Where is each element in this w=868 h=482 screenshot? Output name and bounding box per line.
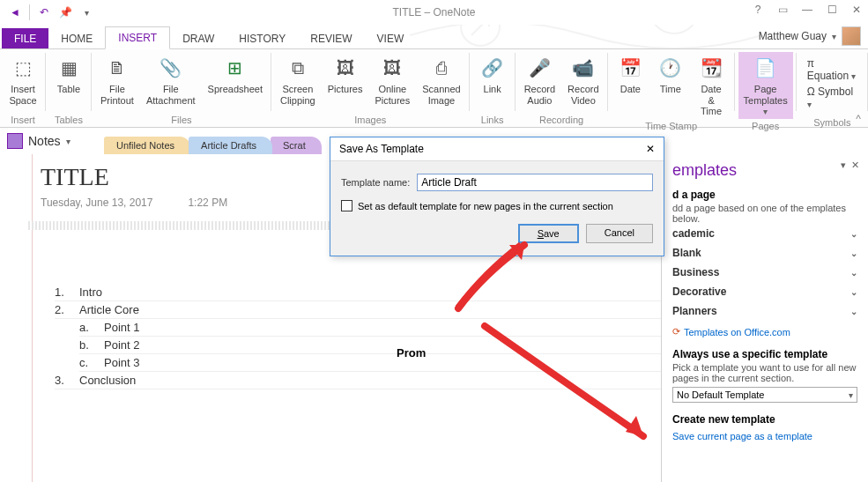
time-icon: 🕐	[657, 54, 685, 82]
tab-review[interactable]: REVIEW	[298, 28, 364, 49]
tab-view[interactable]: VIEW	[365, 28, 417, 49]
save-as-template-dialog: Save As Template ✕ Template name: Set as…	[330, 137, 664, 256]
date-time-icon: 📆	[697, 54, 725, 82]
refresh-icon: ⟳	[672, 326, 680, 337]
date-button[interactable]: 📅Date	[612, 52, 649, 119]
spreadsheet-icon: ⊞	[221, 54, 249, 82]
ribbon: ⬚Insert Space Insert ▦Table Tables 🗎File…	[0, 48, 868, 128]
office-templates-link[interactable]: ⟳Templates on Office.com	[672, 326, 857, 337]
template-name-input[interactable]	[417, 174, 653, 191]
pictures-button[interactable]: 🖼Pictures	[323, 52, 368, 113]
scanned-image-icon: ⎙	[427, 54, 456, 82]
user-name: Matthew Guay	[759, 30, 827, 42]
table-icon: ▦	[55, 54, 83, 82]
cat-planners[interactable]: Planners⌄	[672, 301, 857, 321]
dialog-close-icon[interactable]: ✕	[646, 143, 655, 155]
create-heading: Create new template	[672, 413, 857, 426]
cat-academic[interactable]: cademic⌄	[672, 224, 857, 243]
notebook-icon	[7, 133, 23, 149]
link-button[interactable]: 🔗Link	[473, 52, 512, 113]
window-title: TITLE – OneNote	[392, 6, 475, 19]
cat-blank[interactable]: Blank⌄	[672, 243, 857, 263]
symbol-button[interactable]: Ω Symbol ▾	[807, 85, 857, 110]
screen-clipping-icon: ⧉	[284, 54, 312, 82]
attachment-icon: 📎	[157, 54, 185, 82]
record-audio-button[interactable]: 🎤Record Audio	[519, 52, 560, 113]
notebook-picker[interactable]: Notes ▾	[0, 128, 104, 154]
default-template-select[interactable]: No Default Template▾	[672, 387, 857, 403]
tab-home[interactable]: HOME	[48, 28, 105, 49]
page-date: Tuesday, June 13, 2017	[41, 197, 152, 209]
cat-business[interactable]: Business⌄	[672, 263, 857, 282]
template-name-label: Template name:	[341, 177, 410, 188]
avatar	[842, 26, 861, 46]
collapse-ribbon-icon[interactable]: ^	[856, 113, 861, 125]
nav-back-icon[interactable]: ◄	[5, 3, 25, 22]
section-tabs: Unfiled Notes Article Drafts Scrat	[104, 128, 320, 154]
online-pictures-icon: 🖼	[378, 54, 406, 82]
outline-list[interactable]: 1.Intro 2.Article Core a.Point 1 b.Point…	[55, 284, 661, 389]
date-time-button[interactable]: 📆Date & Time	[692, 52, 731, 119]
add-page-heading: d a page	[672, 189, 857, 201]
maximize-icon[interactable]: ☐	[824, 4, 840, 16]
add-page-text: dd a page based on one of the emplates b…	[672, 203, 857, 224]
minimize-icon[interactable]: —	[799, 4, 815, 16]
time-button[interactable]: 🕐Time	[651, 52, 689, 119]
record-audio-icon: 🎤	[525, 54, 553, 82]
record-video-icon: 📹	[569, 54, 597, 82]
date-icon: 📅	[616, 54, 644, 82]
scanned-image-button[interactable]: ⎙Scanned Image	[417, 52, 465, 113]
qat-customize-icon[interactable]: ▾	[77, 3, 96, 22]
user-account[interactable]: Matthew Guay ▾	[759, 26, 861, 46]
table-button[interactable]: ▦Table	[49, 52, 88, 113]
cancel-button[interactable]: Cancel	[586, 224, 653, 243]
record-video-button[interactable]: 📹Record Video	[562, 52, 604, 113]
menu-bar: FILE HOME INSERT DRAW HISTORY REVIEW VIE…	[0, 25, 868, 49]
tab-draw[interactable]: DRAW	[170, 28, 226, 49]
file-attachment-button[interactable]: 📎File Attachment	[141, 52, 201, 113]
ribbon-options-icon[interactable]: ▭	[775, 4, 790, 16]
always-text: Pick a template you want to use for all …	[672, 362, 857, 383]
printout-icon: 🗎	[103, 54, 131, 82]
pin-icon[interactable]: 📌	[56, 3, 75, 22]
dialog-title: Save As Template	[339, 143, 424, 155]
screen-clipping-button[interactable]: ⧉Screen Clipping	[275, 52, 321, 113]
pictures-icon: 🖼	[331, 54, 360, 82]
file-tab[interactable]: FILE	[2, 28, 48, 49]
equation-button[interactable]: π Equation ▾	[807, 57, 857, 82]
link-icon: 🔗	[479, 54, 507, 82]
undo-icon[interactable]: ↶	[34, 3, 54, 22]
pane-close-icon[interactable]: ✕	[851, 159, 859, 171]
templates-pane: ▾✕ emplates d a page dd a page based on …	[661, 154, 868, 482]
page-time: 1:22 PM	[188, 197, 227, 209]
tab-insert[interactable]: INSERT	[105, 26, 170, 49]
checkbox-icon	[341, 200, 352, 211]
prom-label: Prom	[397, 346, 426, 360]
page-templates-icon: 📄	[752, 54, 780, 82]
online-pictures-button[interactable]: 🖼Online Pictures	[369, 52, 415, 113]
spreadsheet-button[interactable]: ⊞Spreadsheet	[203, 52, 268, 113]
title-bar: ◄ ↶ 📌 ▾ TITLE – OneNote ? ▭ — ☐ ✕	[0, 0, 868, 25]
save-as-template-link[interactable]: Save current page as a template	[672, 431, 857, 441]
section-tab-unfiled[interactable]: Unfiled Notes	[104, 137, 190, 154]
tab-history[interactable]: HISTORY	[226, 28, 298, 49]
save-button[interactable]: Save	[518, 224, 579, 243]
section-tab-drafts[interactable]: Article Drafts	[189, 137, 272, 154]
default-template-checkbox[interactable]: Set as default template for new pages in…	[341, 200, 653, 211]
insert-space-icon: ⬚	[9, 54, 37, 82]
always-heading: Always use a specific template	[672, 348, 857, 360]
help-icon[interactable]: ?	[750, 4, 766, 16]
pane-options-icon[interactable]: ▾	[841, 159, 846, 171]
cat-decorative[interactable]: Decorative⌄	[672, 282, 857, 301]
pane-title: emplates	[672, 161, 857, 180]
insert-space-button[interactable]: ⬚Insert Space	[4, 52, 42, 113]
file-printout-button[interactable]: 🗎File Printout	[95, 52, 139, 113]
close-icon[interactable]: ✕	[849, 4, 864, 16]
section-tab-scratch[interactable]: Scrat	[271, 137, 322, 154]
page-templates-button[interactable]: 📄Page Templates ▾	[738, 52, 793, 119]
